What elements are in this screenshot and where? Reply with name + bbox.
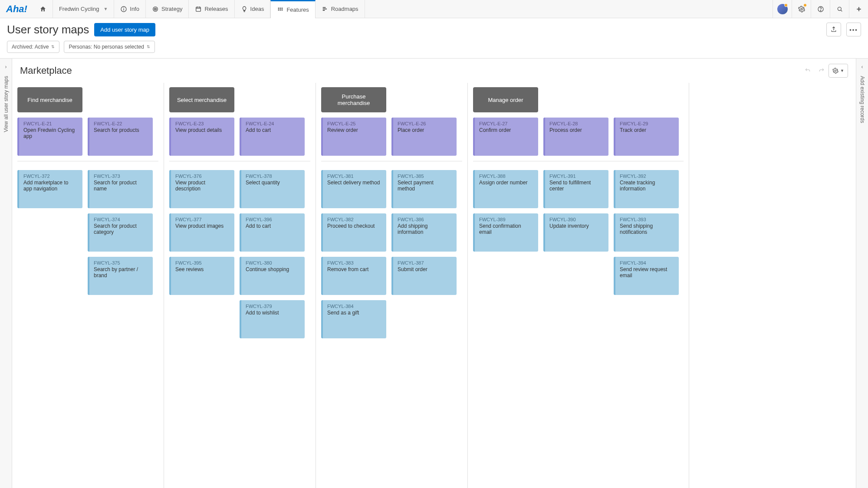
story-card[interactable]: FWCYL-396Add to cart [240,213,305,252]
epic-card[interactable]: FWCYL-E-29Track order [614,118,679,156]
epic-card[interactable]: FWCYL-E-25Review order [321,118,386,156]
board-column: Find merchandiseFWCYL-E-21Open Fredwin C… [12,83,164,488]
story-card[interactable]: FWCYL-382Proceed to checkout [321,213,386,252]
goal-card[interactable]: Purchase merchandise [321,87,386,112]
project-selector[interactable]: Fredwin Cycling ▼ [53,0,114,18]
story-card[interactable]: FWCYL-385Select payment method [391,170,457,208]
search-button[interactable] [830,0,849,18]
svg-rect-2 [124,9,124,10]
story-card[interactable]: FWCYL-379Add to wishlist [240,300,305,338]
story-card[interactable]: FWCYL-395See reviews [169,257,234,295]
story-card[interactable]: FWCYL-375Search by partner / brand [88,257,153,295]
story-column: FWCYL-378Select quantityFWCYL-396Add to … [240,170,305,338]
goal-card[interactable]: Select merchandise [169,87,234,112]
story-card[interactable]: FWCYL-394Send review request email [614,257,679,295]
more-actions-button[interactable]: ••• [846,23,861,36]
add-user-story-map-button[interactable]: Add user story map [94,23,155,36]
share-button[interactable] [826,23,841,36]
story-card[interactable]: FWCYL-390Update inventory [543,213,608,252]
story-card[interactable]: FWCYL-372Add marketplace to app navigati… [17,170,82,208]
story-card[interactable]: FWCYL-374Search for product category [88,213,153,252]
story-title: Add marketplace to app navigation [23,180,78,192]
epic-card[interactable]: FWCYL-E-23View product details [169,118,234,156]
story-card[interactable]: FWCYL-391Send to fulfillment center [543,170,608,208]
settings-button[interactable] [792,0,811,18]
left-rail-label[interactable]: View all user story maps [3,76,9,132]
story-id: FWCYL-373 [94,174,148,179]
story-id: FWCYL-383 [327,260,382,265]
home-button[interactable] [33,0,53,18]
board-settings-button[interactable]: ▼ [829,64,848,78]
story-id: FWCYL-387 [398,260,452,265]
app-logo[interactable]: Aha! [0,0,33,18]
story-id: FWCYL-376 [175,174,230,179]
nav-roadmaps-label: Roadmaps [331,6,358,12]
nav-strategy[interactable]: Strategy [146,0,189,18]
board-title: Marketplace [20,65,72,76]
nav-features[interactable]: Features [270,0,315,18]
story-card[interactable]: FWCYL-393Send shipping notifications [614,213,679,252]
story-id: FWCYL-391 [549,174,604,179]
story-id: FWCYL-390 [549,217,604,222]
story-id: FWCYL-394 [620,260,674,265]
left-rail: › View all user story maps [0,59,12,488]
story-column: FWCYL-376View product descriptionFWCYL-3… [169,170,234,338]
story-card[interactable]: FWCYL-392Create tracking information [614,170,679,208]
user-avatar-button[interactable] [773,0,792,18]
story-card[interactable]: FWCYL-388Assign order number [473,170,538,208]
epic-card[interactable]: FWCYL-E-22Search for products [88,118,153,156]
bulb-icon [241,6,248,13]
story-title: View product images [175,223,230,229]
story-card[interactable]: FWCYL-373Search for product name [88,170,153,208]
svg-rect-6 [196,7,201,11]
epic-card[interactable]: FWCYL-E-28Process order [543,118,608,156]
undo-button[interactable] [801,65,815,77]
filter-archived-label: Archived: Active [12,44,49,50]
help-button[interactable] [811,0,830,18]
story-card[interactable]: FWCYL-377View product images [169,213,234,252]
filter-archived[interactable]: Archived: Active ⇅ [7,41,59,53]
story-card[interactable]: FWCYL-389Send confirmation email [473,213,538,252]
story-card[interactable]: FWCYL-384Send as a gift [321,300,386,338]
story-id: FWCYL-382 [327,217,382,222]
story-column: FWCYL-385Select payment methodFWCYL-386A… [391,170,457,338]
story-id: FWCYL-377 [175,217,230,222]
story-title: See reviews [175,266,230,272]
goal-card[interactable]: Manage order [473,87,538,112]
goal-card[interactable]: Find merchandise [17,87,82,112]
story-card[interactable]: FWCYL-383Remove from cart [321,257,386,295]
story-title: Add to cart [246,223,300,229]
epic-id: FWCYL-E-21 [23,121,78,126]
story-card[interactable]: FWCYL-387Submit order [391,257,457,295]
nav-releases[interactable]: Releases [189,0,234,18]
redo-button[interactable] [815,65,829,77]
story-columns: FWCYL-381Select delivery methodFWCYL-382… [321,170,462,338]
story-card[interactable]: FWCYL-386Add shipping information [391,213,457,252]
story-column: FWCYL-373Search for product nameFWCYL-37… [88,170,153,295]
story-card[interactable]: FWCYL-380Continue shopping [240,257,305,295]
story-id: FWCYL-381 [327,174,382,179]
epic-id: FWCYL-E-23 [175,121,230,126]
nav-roadmaps[interactable]: Roadmaps [316,0,365,18]
story-card[interactable]: FWCYL-381Select delivery method [321,170,386,208]
story-title: Search for product name [94,180,148,192]
home-icon [39,6,46,13]
epic-card[interactable]: FWCYL-E-24Add to cart [240,118,305,156]
story-card[interactable]: FWCYL-376View product description [169,170,234,208]
expand-right-rail[interactable]: ‹ [860,62,865,72]
story-title: Create tracking information [620,180,674,192]
expand-left-rail[interactable]: › [3,62,9,72]
epic-card[interactable]: FWCYL-E-26Place order [391,118,457,156]
info-icon [120,6,127,13]
epic-card[interactable]: FWCYL-E-27Confirm order [473,118,538,156]
add-button[interactable] [849,0,868,18]
filter-personas[interactable]: Personas: No personas selected ⇅ [64,41,155,53]
epic-card[interactable]: FWCYL-E-21Open Fredwin Cycling app [17,118,82,156]
story-card[interactable]: FWCYL-378Select quantity [240,170,305,208]
right-rail-label[interactable]: Add existing records [859,76,865,123]
nav-ideas[interactable]: Ideas [235,0,271,18]
board-header: Marketplace ▼ [12,59,856,83]
nav-info[interactable]: Info [114,0,146,18]
notification-dot [803,3,807,7]
epic-id: FWCYL-E-29 [620,121,674,126]
